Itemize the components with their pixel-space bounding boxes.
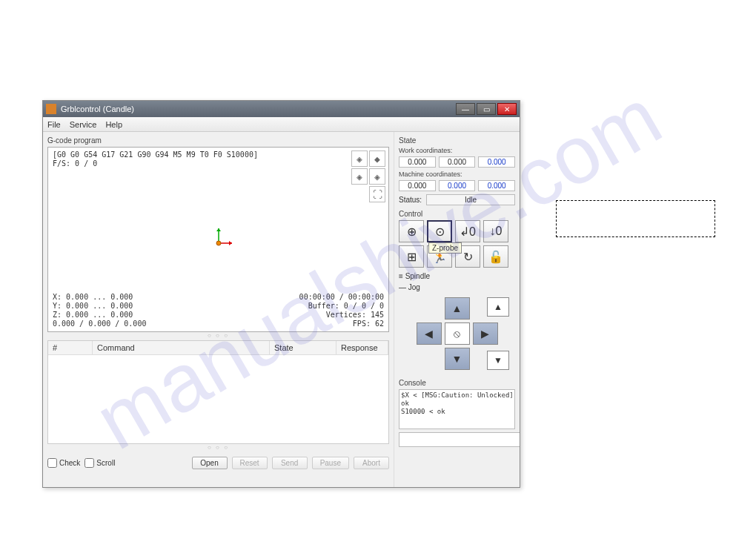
gcode-table: # Command State Response [47, 340, 389, 444]
gcode-viewer[interactable]: [G0 G0 G54 G17 G21 G90 G94 M5 M9 T0 F0 S… [47, 147, 389, 332]
ctrl-zero-z-icon[interactable]: ↓0 [483, 220, 508, 242]
jog-up-button[interactable]: ▲ [445, 297, 470, 320]
jog-down-button[interactable]: ▼ [445, 348, 470, 370]
machine-x: 0.000 [399, 180, 436, 191]
tooltip-zprobe: Z-probe [428, 242, 462, 254]
app-icon [46, 104, 56, 114]
svg-marker-1 [229, 241, 232, 245]
control-label: Control [399, 210, 515, 218]
jog-z-down-button[interactable]: ▼ [487, 351, 509, 370]
window-title: Grblcontrol (Candle) [61, 105, 454, 113]
splitter[interactable]: ○ ○ ○ [47, 332, 389, 339]
console-output: $X < [MSG:Caution: Unlocked] ok S10000 <… [399, 389, 515, 429]
col-num[interactable]: # [48, 341, 93, 354]
work-x: 0.000 [399, 156, 436, 168]
machine-z: 0.000 [478, 180, 515, 191]
machine-y: 0.000 [439, 180, 476, 191]
gcode-coords: X: 0.000 ... 0.000 Y: 0.000 ... 0.000 Z:… [53, 293, 146, 328]
state-label: State [399, 136, 515, 145]
spindle-header[interactable]: ≡ Spindle [399, 272, 515, 280]
work-z: 0.000 [478, 156, 515, 168]
console-input[interactable] [399, 432, 520, 447]
splitter2[interactable]: ○ ○ ○ [47, 444, 389, 451]
scroll-checkbox[interactable]: Scroll [84, 458, 115, 468]
view-cube4-icon[interactable]: ◈ [369, 168, 385, 185]
status-value: Idle [426, 194, 515, 205]
col-state[interactable]: State [270, 341, 336, 354]
jog-right-button[interactable]: ▶ [473, 322, 498, 345]
svg-marker-3 [216, 228, 221, 231]
jog-z-up-button[interactable]: ▲ [487, 297, 509, 317]
send-button[interactable]: Send [272, 457, 308, 469]
gcode-label: G-code program [47, 136, 389, 145]
jog-stop-button[interactable]: ⦸ [445, 322, 470, 345]
open-button[interactable]: Open [192, 457, 228, 469]
jog-header[interactable]: — Jog [399, 283, 515, 291]
table-body [48, 355, 388, 443]
minimize-button[interactable]: — [456, 103, 475, 115]
ctrl-zprobe-button[interactable]: ⊙Z-probe [427, 220, 452, 242]
gcode-stats: 00:00:00 / 00:00:00 Buffer: 0 / 0 / 0 Ve… [299, 293, 384, 328]
menu-file[interactable]: File [47, 120, 61, 129]
menubar: File Service Help [43, 117, 520, 132]
maximize-button[interactable]: ▭ [477, 103, 496, 115]
ctrl-unlock-icon[interactable]: 🔓 [483, 245, 508, 268]
pause-button[interactable]: Pause [312, 457, 349, 469]
menu-service[interactable]: Service [70, 120, 97, 129]
gcode-header: [G0 G0 G54 G17 G21 G90 G94 M5 M9 T0 F0 S… [53, 150, 258, 168]
ctrl-safepos-icon[interactable]: ⊞ [399, 245, 424, 268]
status-label: Status: [399, 196, 422, 204]
app-window: Grblcontrol (Candle) — ▭ ✕ File Service … [42, 100, 520, 488]
jog-left-button[interactable]: ◀ [417, 322, 442, 345]
menu-help[interactable]: Help [105, 120, 122, 129]
machine-coords-label: Machine coordinates: [399, 171, 515, 178]
col-response[interactable]: Response [336, 341, 388, 354]
view-cube1-icon[interactable]: ◈ [351, 150, 368, 167]
col-command[interactable]: Command [93, 341, 270, 354]
svg-point-4 [216, 241, 221, 245]
titlebar: Grblcontrol (Candle) — ▭ ✕ [43, 101, 520, 117]
abort-button[interactable]: Abort [354, 457, 389, 469]
ctrl-zoom-in-icon[interactable]: ⊕ [399, 220, 424, 242]
axis-gizmo [204, 224, 233, 255]
ctrl-zero-xy-icon[interactable]: ↲0 [455, 220, 480, 242]
check-checkbox[interactable]: Check [47, 458, 80, 468]
work-y: 0.000 [439, 156, 476, 168]
close-button[interactable]: ✕ [497, 103, 517, 115]
reset-button[interactable]: Reset [232, 457, 268, 469]
annotation-box [556, 200, 715, 237]
view-fit-icon[interactable]: ⛶ [369, 186, 385, 202]
view-cube2-icon[interactable]: ◆ [369, 150, 385, 167]
view-cube3-icon[interactable]: ◈ [351, 168, 368, 185]
work-coords-label: Work coordinates: [399, 147, 515, 154]
console-label: Console [399, 379, 515, 387]
